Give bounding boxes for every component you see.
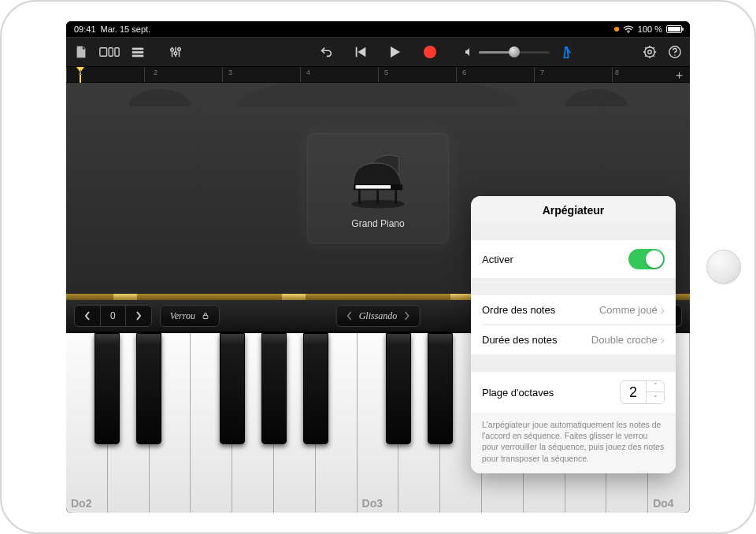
- popover-description: L'arpégiateur joue automatiquement les n…: [471, 413, 676, 473]
- bar-number: 5: [384, 69, 388, 76]
- app-screen: 09:41 Mar. 15 sept. 100 %: [66, 21, 690, 513]
- black-key[interactable]: [261, 333, 287, 444]
- octave-range-value: 2: [621, 384, 646, 401]
- glissando-button[interactable]: Glissando: [336, 305, 421, 327]
- note-rate-value: Double croche: [591, 334, 658, 346]
- svg-rect-3: [115, 48, 119, 56]
- status-date: Mar. 15 sept.: [101, 24, 151, 34]
- note-rate-row[interactable]: Durée des notes Double croche ›: [471, 325, 676, 354]
- svg-point-12: [648, 50, 652, 54]
- chevron-left-icon: [346, 311, 353, 321]
- battery-pct: 100 %: [638, 24, 662, 34]
- svg-point-14: [674, 54, 675, 55]
- battery-icon: [666, 25, 682, 33]
- help-button[interactable]: [668, 45, 682, 59]
- go-to-start-button[interactable]: [354, 45, 368, 59]
- svg-rect-21: [203, 315, 208, 318]
- svg-point-7: [171, 49, 174, 52]
- octave-stepper: 0: [74, 305, 152, 327]
- svg-rect-2: [109, 48, 113, 56]
- bar-number: 4: [306, 69, 310, 76]
- svg-rect-1: [100, 48, 107, 56]
- add-section-button[interactable]: ＋: [673, 68, 685, 83]
- track-controls-button[interactable]: [169, 45, 183, 59]
- svg-point-0: [628, 32, 629, 33]
- svg-rect-18: [358, 190, 361, 204]
- song-settings-button[interactable]: [643, 45, 657, 59]
- home-button[interactable]: [706, 250, 741, 284]
- key-label: Do4: [653, 497, 673, 510]
- octave-range-up-button[interactable]: ˄: [647, 380, 664, 392]
- svg-rect-10: [356, 47, 358, 57]
- browser-button[interactable]: [99, 45, 120, 59]
- bar-number: 1: [79, 69, 83, 76]
- status-bar: 09:41 Mar. 15 sept. 100 %: [66, 21, 690, 37]
- timeline-ruler[interactable]: ＋ 1 2 3 4 5 6 7 8: [66, 67, 690, 83]
- activate-toggle[interactable]: [628, 249, 665, 269]
- black-key[interactable]: [136, 333, 161, 444]
- popover-title: Arpégiateur: [471, 196, 676, 223]
- master-volume-slider[interactable]: [465, 45, 550, 59]
- octave-up-button[interactable]: [126, 306, 151, 326]
- black-key[interactable]: [386, 333, 411, 444]
- instrument-selector[interactable]: Grand Piano: [307, 133, 449, 243]
- svg-point-9: [178, 48, 181, 51]
- octave-value: 0: [101, 306, 125, 326]
- octave-range-stepper: 2 ˄ ˅: [620, 380, 665, 404]
- key-label: Do3: [362, 497, 383, 510]
- top-toolbar: [66, 37, 690, 67]
- volume-icon: [465, 45, 474, 59]
- octave-down-button[interactable]: [75, 306, 100, 326]
- svg-rect-17: [356, 185, 391, 188]
- bar-number: 8: [615, 69, 619, 76]
- black-key[interactable]: [94, 333, 120, 444]
- octave-range-label: Plage d'octaves: [482, 387, 554, 399]
- svg-rect-6: [132, 55, 143, 57]
- black-key[interactable]: [303, 333, 328, 444]
- octave-range-row: Plage d'octaves 2 ˄ ˅: [471, 372, 676, 413]
- black-key[interactable]: [428, 333, 453, 444]
- bar-number: 7: [540, 69, 544, 76]
- my-songs-button[interactable]: [74, 45, 88, 59]
- glissando-label: Glissando: [359, 310, 398, 322]
- activate-row: Activer: [471, 240, 676, 278]
- note-order-value: Comme joué: [599, 304, 658, 316]
- scale-lock-button[interactable]: Verrou: [160, 305, 220, 327]
- record-button[interactable]: [423, 45, 437, 59]
- play-button[interactable]: [388, 45, 402, 59]
- arpeggiator-popover: Arpégiateur Activer Ordre des notes Comm…: [471, 196, 676, 473]
- note-order-label: Ordre des notes: [482, 304, 555, 316]
- metronome-button[interactable]: [559, 45, 573, 59]
- lock-icon: [202, 312, 209, 320]
- black-key[interactable]: [220, 333, 245, 444]
- chevron-right-icon: [403, 311, 410, 321]
- svg-rect-19: [395, 190, 397, 204]
- bar-number: 6: [462, 69, 466, 76]
- grand-piano-icon: [343, 148, 413, 213]
- popover-tail-icon: [635, 473, 649, 473]
- recording-indicator-icon: [614, 27, 619, 32]
- svg-rect-20: [376, 190, 379, 204]
- note-order-row[interactable]: Ordre des notes Comme joué ›: [471, 295, 676, 324]
- octave-range-down-button[interactable]: ˅: [647, 392, 664, 404]
- status-time: 09:41: [74, 24, 96, 34]
- bar-number: 2: [154, 69, 158, 76]
- key-label: Do2: [71, 497, 91, 510]
- tracks-view-button[interactable]: [131, 45, 145, 59]
- lock-label: Verrou: [170, 310, 195, 322]
- activate-label: Activer: [482, 254, 513, 265]
- svg-point-8: [174, 52, 177, 55]
- wifi-icon: [623, 25, 634, 34]
- undo-button[interactable]: [319, 45, 333, 59]
- instrument-name: Grand Piano: [351, 218, 404, 229]
- svg-rect-4: [132, 48, 143, 50]
- note-rate-label: Durée des notes: [482, 334, 557, 346]
- bar-number: 3: [228, 69, 232, 76]
- ipad-frame: 09:41 Mar. 15 sept. 100 %: [0, 0, 756, 534]
- svg-rect-5: [132, 51, 143, 54]
